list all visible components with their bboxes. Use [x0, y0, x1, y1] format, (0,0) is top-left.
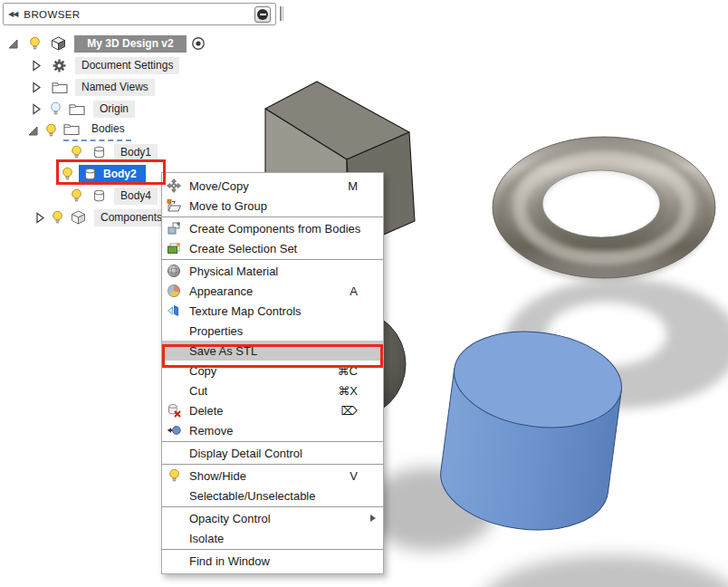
tree-row-bodies[interactable]: Bodies [0, 120, 131, 141]
expanded-caret-icon[interactable] [7, 38, 19, 50]
selected-row-highlight[interactable]: Body2 [79, 165, 146, 184]
tree-label-components[interactable]: Components [94, 209, 168, 226]
tree-row-body1[interactable]: Body1 [0, 141, 158, 163]
component-icon [51, 36, 66, 51]
tree-row-root[interactable]: My 3D Design v2 [0, 33, 206, 54]
folder-icon [69, 102, 85, 116]
no-icon [166, 511, 182, 526]
texture-map-icon [166, 303, 182, 319]
cylinder-body[interactable] [435, 322, 627, 539]
browser-panel-header: ◀◀ BROWSER [3, 3, 276, 25]
move-copy-icon [166, 178, 182, 194]
menu-item-save-as-stl[interactable]: Save As STL [162, 341, 383, 361]
menu-separator [162, 464, 383, 465]
tree-row-components[interactable]: Components [0, 207, 168, 228]
tree-label-body2[interactable]: Body2 [98, 166, 139, 183]
menu-item-show-hide[interactable]: Show/Hide V [162, 466, 383, 486]
menu-item-delete[interactable]: Delete ⌦ [162, 400, 383, 420]
expanded-caret-icon[interactable] [27, 125, 39, 137]
bodies-drop-target: Bodies [63, 120, 131, 141]
menu-item-move-copy[interactable]: Move/Copy M [162, 176, 383, 196]
visibility-bulb-icon[interactable] [52, 210, 63, 226]
minimize-panel-button[interactable] [254, 6, 271, 23]
menu-separator [162, 549, 383, 550]
visibility-bulb-icon[interactable] [45, 123, 57, 139]
collapsed-caret-icon[interactable] [31, 103, 43, 115]
delete-icon [166, 403, 182, 419]
visibility-bulb-icon[interactable] [71, 188, 82, 204]
menu-item-texture-map-controls[interactable]: Texture Map Controls [162, 301, 383, 321]
cylinder-shadow [480, 555, 728, 587]
tree-row-document-settings[interactable]: Document Settings [0, 54, 179, 76]
collapsed-caret-icon[interactable] [34, 212, 46, 224]
components-cube-icon [71, 210, 86, 225]
body-cylinder-icon [91, 188, 107, 203]
tree-label-bodies[interactable]: Bodies [85, 120, 131, 138]
submenu-arrow-icon [370, 515, 376, 522]
no-icon [166, 383, 182, 399]
no-icon [166, 488, 182, 504]
activate-radio-icon[interactable] [191, 36, 206, 51]
tree-row-named-views[interactable]: Named Views [0, 76, 155, 98]
menu-item-isolate[interactable]: Isolate [162, 528, 383, 548]
collapse-arrows-icon[interactable]: ◀◀ [8, 10, 17, 18]
move-to-group-icon [166, 198, 182, 214]
tree-label-document-settings[interactable]: Document Settings [75, 57, 179, 74]
menu-item-selectable-unselectable[interactable]: Selectable/Unselectable [162, 486, 383, 505]
body-cylinder-icon [91, 145, 107, 159]
menu-separator [162, 441, 383, 442]
tree-label-named-views[interactable]: Named Views [75, 79, 155, 96]
menu-item-opacity-control[interactable]: Opacity Control [162, 508, 383, 528]
menu-item-appearance[interactable]: Appearance A [162, 281, 383, 301]
selection-set-icon [166, 241, 182, 256]
tree-row-origin[interactable]: Origin [0, 98, 135, 120]
menu-item-physical-material[interactable]: Physical Material [162, 261, 383, 281]
no-icon [166, 323, 182, 339]
collapsed-caret-icon[interactable] [31, 60, 43, 72]
tree-row-body2[interactable]: Body2 [0, 163, 146, 185]
menu-item-create-components-from-bodies[interactable]: Create Components from Bodies [162, 218, 383, 238]
folder-icon [63, 122, 80, 136]
menu-item-find-in-window[interactable]: Find in Window [162, 551, 383, 571]
visibility-bulb-icon[interactable] [62, 167, 73, 182]
browser-panel-title: BROWSER [24, 9, 80, 20]
no-icon [166, 446, 182, 461]
physical-material-icon [166, 264, 182, 279]
menu-item-cut[interactable]: Cut ⌘X [162, 380, 383, 400]
menu-separator [162, 506, 383, 507]
torus-body[interactable] [493, 137, 715, 278]
fusion360-window: ◀◀ BROWSER My 3D Design v2 Document Sett… [0, 0, 728, 587]
context-menu: Move/Copy M Move to Group Create Compone… [161, 172, 384, 574]
tree-label-body4[interactable]: Body4 [114, 188, 158, 205]
visibility-bulb-icon[interactable] [71, 145, 82, 160]
folder-icon [52, 81, 68, 94]
create-components-icon [166, 221, 182, 236]
no-icon [166, 363, 182, 379]
tree-label-origin[interactable]: Origin [93, 101, 135, 118]
visibility-bulb-icon[interactable] [29, 36, 41, 52]
appearance-icon [166, 284, 182, 299]
menu-separator [162, 259, 383, 260]
tree-label-root[interactable]: My 3D Design v2 [74, 35, 187, 53]
panel-resize-handle[interactable] [280, 6, 283, 21]
menu-item-display-detail-control[interactable]: Display Detail Control [162, 443, 383, 463]
tree-label-body1[interactable]: Body1 [114, 144, 158, 161]
collapsed-caret-icon[interactable] [31, 82, 43, 93]
menu-item-properties[interactable]: Properties [162, 321, 383, 341]
remove-icon [166, 423, 182, 438]
menu-item-copy[interactable]: Copy ⌘C [162, 361, 383, 380]
menu-separator [162, 217, 383, 217]
gear-icon [52, 58, 67, 73]
menu-item-remove[interactable]: Remove [162, 420, 383, 440]
no-icon [166, 553, 182, 569]
tree-row-body4[interactable]: Body4 [0, 185, 158, 207]
bulb-icon [166, 468, 182, 484]
menu-item-create-selection-set[interactable]: Create Selection Set [162, 238, 383, 258]
visibility-bulb-off-icon[interactable] [50, 101, 62, 117]
no-icon [166, 531, 182, 546]
no-icon [166, 343, 182, 359]
body-cylinder-icon [82, 167, 98, 181]
menu-item-move-to-group[interactable]: Move to Group [162, 196, 383, 216]
minus-circle-icon [257, 9, 268, 20]
